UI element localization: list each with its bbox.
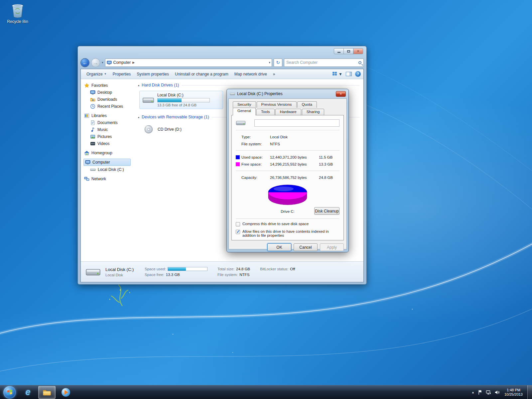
address-dropdown-icon[interactable]: ▾ [269,61,270,64]
breadcrumb[interactable]: Computer [113,60,131,65]
file-system-label: File system: [217,273,238,277]
tab-quota[interactable]: Quota [297,101,317,108]
tab-security[interactable]: Security [233,101,256,108]
search-box[interactable] [284,59,364,67]
computer-icon [85,160,90,165]
dialog-close-button[interactable]: × [336,91,346,97]
sidebar-item-documents[interactable]: Documents [81,119,133,126]
properties-button[interactable]: Properties [110,70,134,78]
desktop-label: Desktop [97,90,112,95]
used-space-label: Used space: [241,155,270,159]
maximize-button[interactable] [343,48,353,54]
folder-icon [43,388,51,397]
taskbar-internet-explorer-button[interactable]: e [19,386,37,399]
window-titlebar[interactable]: × [80,46,364,56]
cancel-button[interactable]: Cancel [294,243,318,251]
sidebar-item-videos[interactable]: Videos [81,140,133,147]
breadcrumb-arrow-icon[interactable]: ▶ [132,61,135,64]
toolbar-overflow-button[interactable]: » [270,70,278,78]
preview-pane-icon [349,72,351,76]
details-drive-name: Local Disk (C:) [105,267,140,272]
show-hidden-icons-button[interactable]: ▲ [471,391,474,394]
indexing-label: Allow files on this drive to have conten… [242,229,339,237]
drive-label-input[interactable] [254,119,339,127]
capacity-bar-fill [158,98,182,102]
close-icon: × [340,92,342,96]
tab-security-label: Security [237,102,251,106]
network-tray-icon[interactable] [486,390,491,395]
recycle-bin-desktop-icon[interactable]: Recycle Bin [3,3,32,24]
taskbar-explorer-button[interactable] [38,386,56,399]
map-network-drive-button[interactable]: Map network drive [231,70,270,78]
sidebar-group-homegroup[interactable]: Homegroup [81,149,133,156]
organize-label: Organize [86,72,103,76]
taskbar-media-player-button[interactable] [57,386,74,399]
address-bar[interactable]: Computer ▶ ▾ [105,59,272,67]
organize-button[interactable]: Organize ▼ [83,70,110,78]
forward-button[interactable]: → [91,58,100,67]
ok-button[interactable]: OK [267,243,291,251]
computer-icon [107,60,112,65]
back-button[interactable]: ← [80,58,89,67]
help-button[interactable]: ? [355,71,361,77]
sidebar-item-desktop[interactable]: Desktop [81,89,133,96]
file-system-value: NTFS [239,273,249,277]
dialog-titlebar[interactable]: Local Disk (C:) Properties [228,89,347,98]
volume-icon[interactable] [494,390,500,395]
sidebar-item-local-disk-c[interactable]: Local Disk (C:) [81,166,133,173]
uninstall-button[interactable]: Uninstall or change a program [172,70,231,78]
downloads-label: Downloads [97,97,117,102]
sidebar-group-favorites[interactable]: Favorites [81,82,133,89]
sidebar-item-recent-places[interactable]: Recent Places [81,103,133,110]
apply-button[interactable]: Apply [320,243,344,251]
sidebar-group-libraries[interactable]: Libraries [81,112,133,119]
cd-drive-name: CD Drive (D:) [158,127,182,132]
tab-previous-versions[interactable]: Previous Versions [257,101,297,108]
documents-label: Documents [97,120,118,125]
tab-general[interactable]: General [233,108,256,115]
clock-icon [90,104,95,109]
map-network-drive-label: Map network drive [234,72,267,76]
disk-cleanup-button[interactable]: Disk Cleanup [314,207,339,215]
history-dropdown-icon[interactable]: ▾ [102,61,103,64]
space-used-bar [168,267,207,271]
action-center-flag-icon[interactable] [478,390,482,395]
drive-item-local-disk-c[interactable]: Local Disk (C:) 13.3 GB free of 24.8 GB [139,91,223,109]
sidebar-item-downloads[interactable]: Downloads [81,96,133,103]
views-button[interactable]: ▼ [332,72,342,76]
refresh-button[interactable]: ↻ [274,59,282,67]
free-space-swatch [236,162,240,166]
start-button[interactable] [3,386,16,399]
total-size-value: 24.8 GB [236,267,250,271]
sidebar-item-music[interactable]: Music [81,126,133,133]
close-button[interactable]: × [353,48,363,54]
collapse-icon: ▴ [138,116,139,119]
group-header-hard-disks[interactable]: ▴ Hard Disk Drives (1) [138,81,359,89]
search-input[interactable] [286,60,358,65]
show-desktop-button[interactable] [527,385,532,399]
compress-label: Compress this drive to save disk space [242,222,309,226]
system-properties-label: System properties [137,72,169,76]
clock-date: 10/25/2013 [504,392,523,397]
disk-icon [230,92,235,96]
sidebar-item-pictures[interactable]: Pictures [81,133,133,140]
taskbar-clock[interactable]: 1:48 PM 10/25/2013 [504,388,523,397]
desktop: { "desktop": { "recycle_bin_label": "Rec… [0,0,532,399]
compress-checkbox-row[interactable]: Compress this drive to save disk space [236,222,339,226]
tab-tools[interactable]: Tools [256,109,275,115]
internet-explorer-icon: e [25,387,30,397]
tab-sharing[interactable]: Sharing [302,109,325,115]
compress-checkbox[interactable] [236,222,240,226]
computer-label: Computer [92,160,110,165]
system-properties-button[interactable]: System properties [134,70,172,78]
sidebar-group-network[interactable]: Network [81,175,133,182]
tab-hardware[interactable]: Hardware [275,109,301,115]
minimize-button[interactable] [334,48,344,54]
indexing-checkbox-row[interactable]: Allow files on this drive to have conten… [236,229,339,237]
divider [236,130,339,130]
sidebar-group-computer[interactable]: Computer [83,159,131,166]
indexing-checkbox[interactable] [236,230,240,234]
videos-label: Videos [97,141,109,146]
preview-pane-button[interactable] [346,72,352,76]
removable-group-title: Devices with Removable Storage (1) [142,115,209,119]
